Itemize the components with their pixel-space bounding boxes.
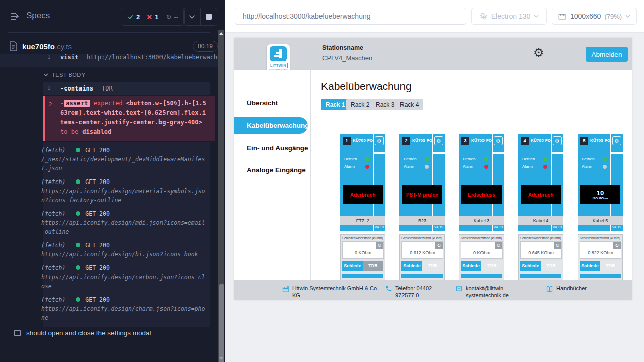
- ruler-icon: [558, 13, 567, 20]
- panel-footer-bar: [401, 274, 443, 278]
- footer-manuals[interactable]: Handbücher: [546, 285, 601, 293]
- status-display: PST-M prüfen: [402, 185, 442, 204]
- check-icon: [127, 14, 134, 20]
- browser-select[interactable]: Electron 130: [471, 8, 547, 25]
- refresh-icon[interactable]: ↻: [435, 242, 443, 249]
- schleife-button[interactable]: Schleife: [520, 261, 541, 271]
- tdr-button[interactable]: TDR: [481, 261, 502, 271]
- app-header: [234, 38, 632, 70]
- schleife-button[interactable]: Schleife: [461, 261, 481, 271]
- command-row-contains[interactable]: 1 -contains TDR: [43, 82, 210, 95]
- command-number: 2: [49, 100, 52, 109]
- success-dot: [76, 179, 80, 184]
- success-dot: [76, 243, 80, 247]
- tdr-button[interactable]: TDR: [422, 261, 443, 271]
- chevron-down-icon: [534, 15, 539, 18]
- success-dot: [76, 148, 80, 152]
- sidebar-item-analoge-eingaenge[interactable]: Analoge Eingänge: [247, 166, 306, 174]
- alarm-led-row: Alarm: [463, 164, 488, 169]
- stat-pending: ↻ --: [166, 13, 178, 21]
- phone-icon: [385, 285, 392, 292]
- module-settings-gear-icon[interactable]: ⚙: [375, 136, 384, 145]
- tab-rack-2[interactable]: Rack 2: [346, 99, 374, 110]
- test-body-section[interactable]: TEST BODY: [43, 72, 86, 78]
- module-settings-gear-icon[interactable]: ⚙: [494, 136, 503, 145]
- reporter-scrollbar[interactable]: [218, 0, 225, 362]
- browser-bar: http://localhost:3000/kabelueberwachung …: [225, 0, 644, 33]
- betrieb-led-row: Betrieb: [582, 157, 607, 161]
- refresh-icon[interactable]: ↻: [554, 242, 561, 249]
- settings-gear-icon[interactable]: ⚙: [533, 47, 544, 59]
- fetch-row[interactable]: (fetch) GET 200 /_next/static/developmen…: [41, 146, 210, 173]
- divider: [0, 341, 218, 341]
- cable-name: Kabel 3: [459, 216, 504, 225]
- module-model: KÜ705-FO: [590, 138, 610, 143]
- fetch-row[interactable]: (fetch) GET 200 https://api.iconify.desi…: [41, 263, 210, 291]
- alarm-led-row: Alarm: [522, 164, 547, 169]
- fetch-row[interactable]: (fetch) GET 200 https://api.iconify.desi…: [41, 177, 210, 205]
- fetch-row[interactable]: (fetch) GET 200 https://api.iconify.desi…: [41, 241, 210, 259]
- resistance-value: 0.822 KOhm: [580, 250, 621, 255]
- refresh-icon[interactable]: ↻: [376, 242, 383, 249]
- cable-module-card-1: 1 KÜ705-FO ⚙ Betrieb Alarm Aderbruch FTZ…: [340, 134, 385, 280]
- sidebar-item-kabelueberwachung[interactable]: Kabelüberwachung: [234, 117, 308, 134]
- cable-name: FTZ_2: [340, 216, 385, 225]
- tab-rack-1[interactable]: Rack 1: [321, 99, 350, 110]
- resistance-readout: ↻ 0.612 KOhm: [401, 241, 443, 259]
- module-settings-gear-icon[interactable]: ⚙: [612, 136, 621, 145]
- pending-test-row[interactable]: should open and close the settings modal: [14, 329, 151, 337]
- module-number: 2: [402, 137, 410, 145]
- spec-file-name[interactable]: kue705fo.cy.ts: [22, 42, 72, 51]
- resistance-label: Schleifenwiderstand [kOhm]: [401, 236, 442, 240]
- resistance-readout: ↻ 0.645 KOhm: [520, 241, 562, 259]
- collapse-button[interactable]: [184, 15, 200, 19]
- sidebar-item-uebersicht[interactable]: Übersicht: [247, 99, 278, 107]
- schleife-button[interactable]: Schleife: [580, 261, 600, 271]
- resistance-panel: Schleifenwiderstand [kOhm] ↻ 0.612 KOhm …: [399, 234, 445, 280]
- stop-button[interactable]: [201, 14, 217, 20]
- command-row-assert-failed[interactable]: 2 -assert expected <button.w-[50%].h-[1.…: [43, 96, 215, 141]
- footer-email[interactable]: kontakt@littwin-systemtechnik.de: [455, 285, 516, 299]
- sidebar-item-ein-und-ausgaenge[interactable]: Ein- und Ausgänge: [247, 144, 308, 152]
- divider: [8, 32, 210, 33]
- success-dot: [76, 265, 80, 270]
- module-front: 4 KÜ705-FO ⚙ Betrieb Alarm Aderbruch Kab…: [518, 134, 564, 231]
- module-settings-gear-icon[interactable]: ⚙: [434, 136, 443, 145]
- cable-name: Kabel 4: [518, 216, 564, 225]
- x-icon: [147, 14, 152, 20]
- alarm-led: [425, 165, 429, 169]
- specs-menu-icon[interactable]: [9, 10, 21, 22]
- firmware-version: V4.19: [434, 225, 443, 229]
- divider: [611, 152, 623, 154]
- scrollbar-thumb: [219, 284, 224, 362]
- command-arg: http://localhost:3000/kabelueberwachung: [87, 54, 218, 63]
- refresh-icon[interactable]: ↻: [495, 242, 502, 249]
- status-display: Aderbruch: [343, 185, 383, 204]
- module-settings-gear-icon[interactable]: ⚙: [553, 136, 562, 145]
- divider: [374, 152, 385, 154]
- tdr-button[interactable]: TDR: [600, 261, 621, 271]
- command-number: 1: [47, 54, 51, 63]
- electron-icon: [479, 12, 488, 20]
- betrieb-led: [543, 157, 547, 161]
- viewport-size-select[interactable]: 1000x660 (79%): [552, 8, 637, 25]
- tdr-button[interactable]: TDR: [541, 261, 561, 271]
- resistance-label: Schleifenwiderstand [kOhm]: [342, 236, 383, 240]
- tdr-button[interactable]: TDR: [363, 261, 383, 271]
- schleife-button[interactable]: Schleife: [342, 261, 363, 271]
- module-front: 5 KÜ705-FO ⚙ Betrieb Alarm 10 ISO MOhm K…: [578, 134, 623, 231]
- logout-button[interactable]: Abmelden: [586, 47, 628, 62]
- schleife-button[interactable]: Schleife: [401, 261, 422, 271]
- station-value: CPLV4_Maschen: [322, 54, 372, 62]
- fetch-row[interactable]: (fetch) GET 200 https://api.iconify.desi…: [41, 295, 210, 322]
- betrieb-led: [484, 157, 488, 161]
- cable-module-card-2: 2 KÜ705-FO ⚙ Betrieb Alarm PST-M prüfen …: [399, 134, 445, 280]
- tab-rack-4[interactable]: Rack 4: [395, 99, 423, 110]
- refresh-icon[interactable]: ↻: [613, 242, 621, 249]
- resistance-label: Schleifenwiderstand [kOhm]: [461, 236, 502, 240]
- command-row-visit[interactable]: 1 visit http://localhost:3000/kabelueber…: [0, 54, 218, 67]
- specs-label[interactable]: Specs: [26, 11, 50, 21]
- fetch-row[interactable]: (fetch) GET 200 https://api.iconify.desi…: [41, 209, 210, 236]
- url-input[interactable]: http://localhost:3000/kabelueberwachung: [235, 8, 466, 25]
- resistance-value: 0 KOhm: [461, 250, 502, 255]
